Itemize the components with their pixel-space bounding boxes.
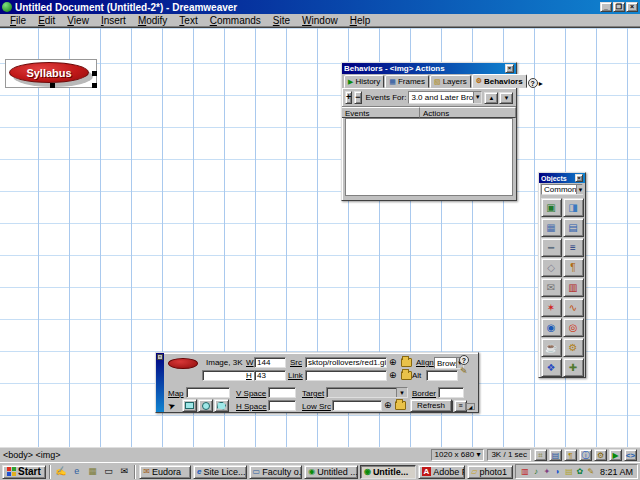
- task-untitled-1[interactable]: ◉ Untitled ...: [304, 465, 358, 479]
- tray-icon[interactable]: ◗: [553, 466, 563, 477]
- chevron-down-icon[interactable]: ▼: [576, 185, 583, 194]
- window-titlebar[interactable]: Untitled Document (Untitled-2*) - Dreamw…: [0, 0, 640, 14]
- refresh-button[interactable]: Refresh: [410, 399, 452, 412]
- task-site-license[interactable]: e Site Lice...: [193, 465, 247, 479]
- mail-icon[interactable]: ✉: [117, 465, 131, 478]
- tab-history[interactable]: ▶ History: [344, 75, 384, 88]
- hspace-field[interactable]: [268, 400, 296, 411]
- code-inspector-launcher-icon[interactable]: <>: [624, 449, 637, 461]
- tray-icon[interactable]: ▥: [520, 466, 530, 477]
- menu-text[interactable]: Text: [173, 15, 203, 26]
- browse-folder-icon[interactable]: [401, 371, 412, 380]
- html-styles-launcher-icon[interactable]: ¶: [564, 449, 577, 461]
- shockwave-icon[interactable]: ◉: [541, 318, 562, 337]
- rectangle-hotspot-icon[interactable]: [182, 399, 197, 412]
- point-to-file-icon[interactable]: ⊕: [384, 400, 392, 410]
- width-field[interactable]: 144: [254, 357, 286, 368]
- show-desktop-icon[interactable]: ▭: [101, 465, 115, 478]
- syllabus-rollover-image[interactable]: Syllabus: [5, 59, 97, 88]
- oval-hotspot-icon[interactable]: [198, 399, 213, 412]
- browse-folder-icon[interactable]: [395, 401, 406, 410]
- move-down-button[interactable]: ▼: [499, 92, 513, 104]
- task-untitled-2-active[interactable]: ◉ Untitle...: [360, 465, 416, 479]
- activex-icon[interactable]: ❖: [541, 358, 562, 377]
- objects-close-icon[interactable]: ×: [575, 174, 583, 182]
- timelines-launcher-icon[interactable]: ▶: [609, 449, 622, 461]
- css-styles-launcher-icon[interactable]: ⓘ: [579, 449, 592, 461]
- behaviors-close-icon[interactable]: ×: [505, 64, 514, 73]
- tab-frames[interactable]: ▦ Frames: [385, 75, 429, 88]
- chevron-down-icon[interactable]: ▼: [473, 92, 481, 103]
- tag-selector[interactable]: <body> <img>: [3, 450, 61, 460]
- tray-icon[interactable]: ✦: [542, 466, 552, 477]
- insert-table-icon[interactable]: ▦: [541, 218, 562, 237]
- rollover-image-icon[interactable]: ◨: [563, 198, 584, 217]
- menu-file[interactable]: File: [4, 15, 32, 26]
- email-link-icon[interactable]: ✉: [541, 278, 562, 297]
- tray-icon[interactable]: ✿: [575, 466, 585, 477]
- panel-more-icon[interactable]: ▸: [539, 79, 543, 88]
- draw-layer-icon[interactable]: ◇: [541, 258, 562, 277]
- browse-folder-icon[interactable]: [401, 358, 412, 367]
- applet-icon[interactable]: ⚙: [563, 338, 584, 357]
- close-button[interactable]: ×: [626, 2, 638, 12]
- remove-behavior-button[interactable]: −: [354, 91, 361, 104]
- flash-button-icon[interactable]: ◎: [563, 318, 584, 337]
- border-field[interactable]: [438, 387, 464, 398]
- vspace-field[interactable]: [268, 387, 296, 398]
- objects-panel-titlebar[interactable]: Objects ×: [539, 173, 585, 183]
- menu-view[interactable]: View: [61, 15, 95, 26]
- library-launcher-icon[interactable]: ▤: [549, 449, 562, 461]
- insert-image-icon[interactable]: ▣: [541, 198, 562, 217]
- restore-button[interactable]: ❐: [613, 2, 625, 12]
- site-launcher-icon[interactable]: ⌗: [534, 449, 547, 461]
- quick-tag-editor-icon[interactable]: ✎: [460, 366, 468, 376]
- actions-column-header[interactable]: Actions: [420, 107, 516, 118]
- height-field[interactable]: 43: [254, 370, 286, 381]
- navigation-bar-icon[interactable]: ≡: [563, 238, 584, 257]
- events-for-select[interactable]: 3.0 and Later Browsers ▼: [408, 91, 482, 104]
- help-icon[interactable]: ?: [459, 355, 469, 365]
- task-adobe[interactable]: A Adobe P...: [418, 465, 466, 479]
- pointer-tool-icon[interactable]: ➤: [164, 399, 179, 412]
- resize-handle-bottom-right[interactable]: [92, 83, 97, 88]
- insert-date-icon[interactable]: ▥: [563, 278, 584, 297]
- menu-site[interactable]: Site: [267, 15, 296, 26]
- window-size-selector[interactable]: 1020 x 680 ▾: [431, 449, 485, 461]
- behaviors-panel-titlebar[interactable]: Behaviors - <img> Actions ×: [342, 63, 516, 74]
- behaviors-list[interactable]: [345, 118, 513, 196]
- telnet-icon[interactable]: ▦: [86, 465, 100, 478]
- resize-handle-bottom[interactable]: [50, 83, 55, 88]
- tray-icon[interactable]: ▤: [564, 466, 574, 477]
- comment-icon[interactable]: ¶: [563, 258, 584, 277]
- menu-commands[interactable]: Commands: [204, 15, 267, 26]
- tray-icon[interactable]: ✎: [586, 466, 596, 477]
- tabular-data-icon[interactable]: ▤: [563, 218, 584, 237]
- insert-flash-icon[interactable]: ∿: [563, 298, 584, 317]
- polygon-hotspot-icon[interactable]: [214, 399, 229, 412]
- add-behavior-button[interactable]: +: [345, 91, 352, 104]
- tab-layers[interactable]: ▧ Layers: [430, 75, 471, 88]
- point-to-file-icon[interactable]: ⊕: [389, 370, 397, 380]
- property-inspector-grip[interactable]: ×: [156, 353, 164, 412]
- shortcut-icon[interactable]: ✍: [54, 465, 68, 478]
- task-faculty[interactable]: ▭ Faculty o...: [249, 465, 303, 479]
- tab-behaviors[interactable]: ⚙ Behaviors: [472, 74, 527, 88]
- src-field[interactable]: sktop/rollovers/red1.gif: [305, 357, 387, 368]
- generator-icon[interactable]: ☕: [541, 338, 562, 357]
- task-eudora[interactable]: ✉ Eudora: [139, 465, 191, 479]
- link-field[interactable]: [305, 370, 387, 381]
- plugin-icon[interactable]: ✚: [563, 358, 584, 377]
- lowsrc-field[interactable]: [332, 400, 382, 411]
- panel-help-icon[interactable]: ?: [528, 78, 538, 88]
- alt-field[interactable]: [426, 370, 458, 381]
- horizontal-rule-icon[interactable]: ━: [541, 238, 562, 257]
- resize-handle-right[interactable]: [92, 71, 97, 76]
- tray-icon[interactable]: ♪: [531, 466, 541, 477]
- events-column-header[interactable]: Events: [342, 107, 420, 118]
- internet-explorer-icon[interactable]: e: [70, 465, 84, 478]
- menu-window[interactable]: Window: [296, 15, 344, 26]
- map-field[interactable]: [186, 387, 230, 398]
- move-up-button[interactable]: ▲: [484, 92, 498, 104]
- menu-edit[interactable]: Edit: [32, 15, 61, 26]
